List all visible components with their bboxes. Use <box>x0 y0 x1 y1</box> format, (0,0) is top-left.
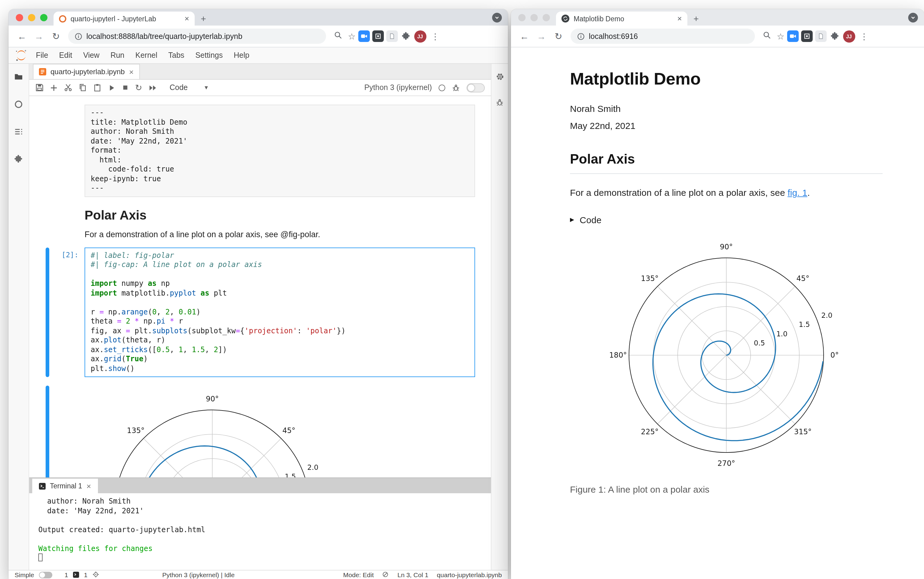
profile-avatar[interactable]: JJ <box>843 30 855 42</box>
terminal-output[interactable]: author: Norah Smith date: 'May 22nd, 202… <box>29 493 491 570</box>
save-icon[interactable] <box>35 83 44 92</box>
interrupt-kernel-icon[interactable] <box>122 84 129 91</box>
address-bar[interactable]: localhost:6916 <box>571 29 755 44</box>
forward-icon[interactable]: → <box>32 31 46 41</box>
paste-cells-icon[interactable] <box>93 83 101 92</box>
close-tab-icon[interactable]: × <box>677 15 682 23</box>
menu-item-kernel[interactable]: Kernel <box>130 51 163 60</box>
terminal-tab-title: Terminal 1 <box>50 482 82 490</box>
add-cell-icon[interactable] <box>50 83 58 92</box>
cell-collapser[interactable] <box>46 205 49 239</box>
new-tab-button[interactable]: + <box>693 13 699 24</box>
close-tab-icon[interactable]: × <box>185 15 189 23</box>
cell-collapser[interactable] <box>46 247 49 377</box>
kernel-count[interactable]: 1 <box>84 571 88 578</box>
svg-text:1.5: 1.5 <box>285 473 296 478</box>
profile-avatar[interactable]: JJ <box>414 30 426 42</box>
menu-item-edit[interactable]: Edit <box>54 51 78 60</box>
table-of-contents-icon[interactable] <box>14 127 23 139</box>
site-info-icon[interactable] <box>75 33 82 40</box>
extensions-puzzle-icon[interactable] <box>829 30 841 42</box>
zoom-window-button[interactable] <box>40 14 47 21</box>
figure-link[interactable]: fig. 1 <box>787 187 807 198</box>
minimize-window-button[interactable] <box>530 14 538 21</box>
browser-menu-icon[interactable]: ⋮ <box>431 31 440 41</box>
code-line: r = np.arange(0, 2, 0.01) <box>91 307 469 317</box>
debugger-bug-icon[interactable] <box>452 83 460 92</box>
browser-menu-icon[interactable]: ⋮ <box>860 31 868 41</box>
back-icon[interactable]: ← <box>15 31 29 41</box>
code-editor[interactable]: #| label: fig-polar#| fig-cap: A line pl… <box>85 247 475 377</box>
cell-collapser[interactable] <box>46 105 49 197</box>
run-cell-icon[interactable] <box>108 83 116 92</box>
browser-tab[interactable]: Matplotlib Demo × <box>556 11 687 26</box>
copy-cells-icon[interactable] <box>78 83 87 92</box>
page-date: May 22nd, 2021 <box>570 120 883 131</box>
code-cell[interactable]: [2]: #| label: fig-polar#| fig-cap: A li… <box>29 247 491 377</box>
toolbar-toggle[interactable] <box>466 83 485 92</box>
close-notebook-tab-icon[interactable]: × <box>129 68 134 76</box>
raw-line: --- <box>91 108 469 118</box>
browser-tab[interactable]: quarto-jupyterl - JupyterLab × <box>54 11 195 26</box>
cell-type-dropdown[interactable]: Code ▼ <box>169 83 209 92</box>
kernel-status-text[interactable]: Python 3 (ipykernel) | Idle <box>162 571 235 578</box>
site-info-icon[interactable] <box>577 33 585 40</box>
debugger-bug-icon[interactable] <box>496 98 504 109</box>
restart-run-all-icon[interactable] <box>148 83 157 92</box>
cursor-position[interactable]: Ln 3, Col 1 <box>397 571 428 578</box>
polar-plot: 0°45°90°135°180°225°270°315°0.51.01.52.0 <box>599 233 854 476</box>
property-inspector-gear-icon[interactable] <box>496 72 504 83</box>
page-extension-icon[interactable] <box>386 30 397 42</box>
simple-mode-toggle[interactable] <box>39 571 52 578</box>
menu-item-view[interactable]: View <box>78 51 105 60</box>
address-bar[interactable]: localhost:8888/lab/tree/quarto-jupyterla… <box>68 29 326 44</box>
output-collapser[interactable] <box>46 386 49 478</box>
notebook-tab[interactable]: quarto-jupyterlab.ipynb × <box>33 64 140 79</box>
zoom-extension-icon[interactable] <box>787 30 798 42</box>
running-sessions-icon[interactable] <box>14 100 23 111</box>
close-window-button[interactable] <box>518 14 526 21</box>
reload-icon[interactable]: ↻ <box>49 31 63 42</box>
zoom-window-button[interactable] <box>543 14 550 21</box>
kernel-name[interactable]: Python 3 (ipykernel) <box>365 83 432 92</box>
extension-icon[interactable] <box>801 30 813 42</box>
markdown-cell[interactable]: Polar Axis For a demonstration of a line… <box>29 205 491 239</box>
minimize-window-button[interactable] <box>28 14 35 21</box>
back-icon[interactable]: ← <box>517 31 532 41</box>
output-area: 0°45°90°135°180°225°270°315°0.51.01.52.0 <box>85 386 480 478</box>
new-tab-button[interactable]: + <box>201 13 206 24</box>
page-extension-icon[interactable] <box>815 30 826 42</box>
file-browser-icon[interactable] <box>14 72 23 84</box>
menu-item-run[interactable]: Run <box>105 51 130 60</box>
menu-item-settings[interactable]: Settings <box>190 51 228 60</box>
cut-cells-icon[interactable] <box>64 83 72 92</box>
disclosure-triangle-icon: ▶ <box>570 216 574 222</box>
search-icon[interactable] <box>760 31 774 41</box>
figure-caption: Figure 1: A line plot on a polar axis <box>570 484 883 494</box>
extension-icon[interactable] <box>372 30 384 42</box>
search-icon[interactable] <box>331 31 345 41</box>
forward-icon[interactable]: → <box>534 31 549 41</box>
notebook-content[interactable]: ---title: Matplotlib Demoauthor: Norah S… <box>29 96 491 478</box>
menu-item-help[interactable]: Help <box>228 51 255 60</box>
terminal-tab[interactable]: Terminal 1 × <box>32 479 98 493</box>
close-terminal-tab-icon[interactable]: × <box>87 482 91 490</box>
terminal-count[interactable]: 1 <box>64 571 68 578</box>
restart-kernel-icon[interactable]: ↻ <box>135 83 142 92</box>
reload-icon[interactable]: ↻ <box>551 31 566 42</box>
code-fold-toggle[interactable]: ▶ Code <box>570 214 883 225</box>
close-window-button[interactable] <box>16 14 23 21</box>
tab-menu-chevron-icon[interactable] <box>492 13 502 23</box>
menu-item-tabs[interactable]: Tabs <box>163 51 190 60</box>
tab-menu-chevron-icon[interactable] <box>908 13 918 23</box>
raw-cell[interactable]: ---title: Matplotlib Demoauthor: Norah S… <box>29 105 491 197</box>
bookmark-star-icon[interactable]: ☆ <box>777 31 784 41</box>
svg-text:180°: 180° <box>609 351 627 359</box>
extensions-puzzle-icon[interactable] <box>400 30 412 42</box>
bookmark-star-icon[interactable]: ☆ <box>348 31 356 41</box>
kernel-sessions-icon[interactable] <box>92 571 99 579</box>
zoom-extension-icon[interactable] <box>358 30 370 42</box>
extension-manager-icon[interactable] <box>14 154 23 166</box>
svg-text:2.0: 2.0 <box>821 311 832 319</box>
menu-item-file[interactable]: File <box>30 51 54 60</box>
